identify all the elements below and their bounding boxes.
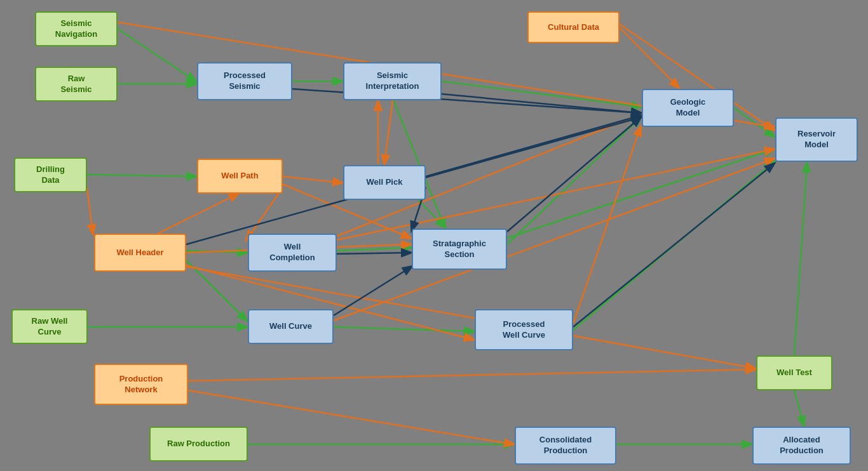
node-well-pick: Well Pick xyxy=(343,165,426,200)
node-reservoir-model: ReservoirModel xyxy=(775,117,858,162)
svg-line-0 xyxy=(118,29,196,81)
svg-line-38 xyxy=(573,127,641,324)
svg-line-21 xyxy=(620,27,679,88)
svg-line-24 xyxy=(247,187,283,240)
node-processed-well-curve: ProcessedWell Curve xyxy=(475,309,573,350)
svg-line-12 xyxy=(573,162,774,330)
svg-line-7 xyxy=(507,117,641,244)
svg-line-43 xyxy=(507,117,641,232)
node-well-path: Well Path xyxy=(197,159,283,194)
svg-line-46 xyxy=(337,253,410,254)
node-geologic-model: GeologicModel xyxy=(642,89,734,127)
node-well-header: Well Header xyxy=(94,234,186,272)
svg-line-23 xyxy=(283,176,342,183)
node-well-curve: Well Curve xyxy=(248,309,334,344)
node-raw-well-curve: Raw WellCurve xyxy=(11,309,88,344)
svg-line-18 xyxy=(186,260,247,321)
svg-line-26 xyxy=(158,194,238,234)
node-production-network: ProductionNetwork xyxy=(94,364,188,405)
node-processed-seismic: ProcessedSeismic xyxy=(197,62,292,100)
svg-line-4 xyxy=(87,175,196,176)
svg-line-3 xyxy=(442,81,641,107)
svg-line-44 xyxy=(334,267,412,315)
node-well-completion: WellCompletion xyxy=(248,234,337,272)
node-raw-seismic: RawSeismic xyxy=(35,67,118,102)
node-raw-production: Raw Production xyxy=(149,427,248,461)
node-well-test: Well Test xyxy=(756,355,832,390)
svg-line-40 xyxy=(442,94,641,113)
node-seismic-interp: SeismicInterpretation xyxy=(343,62,442,100)
node-seismic-nav: SeismicNavigation xyxy=(35,11,118,46)
svg-line-6 xyxy=(393,98,445,227)
svg-line-41 xyxy=(426,116,641,176)
svg-line-19 xyxy=(507,149,774,238)
svg-line-14 xyxy=(794,390,804,425)
svg-line-30 xyxy=(87,187,93,234)
node-drilling-data: DrillingData xyxy=(14,157,87,192)
node-stratigraphic-section: StratagraphicSection xyxy=(412,229,507,270)
svg-line-13 xyxy=(794,163,807,355)
svg-line-17 xyxy=(186,251,247,253)
svg-line-11 xyxy=(337,248,410,251)
node-allocated-production: AllocatedProduction xyxy=(752,427,851,465)
svg-line-31 xyxy=(188,369,755,381)
node-cultural-data: Cultural Data xyxy=(527,11,620,43)
svg-line-45 xyxy=(573,164,774,327)
svg-line-10 xyxy=(334,327,473,331)
node-consolidated-production: ConsolidatedProduction xyxy=(515,427,616,465)
svg-line-8 xyxy=(734,108,774,136)
svg-line-33 xyxy=(384,100,393,164)
